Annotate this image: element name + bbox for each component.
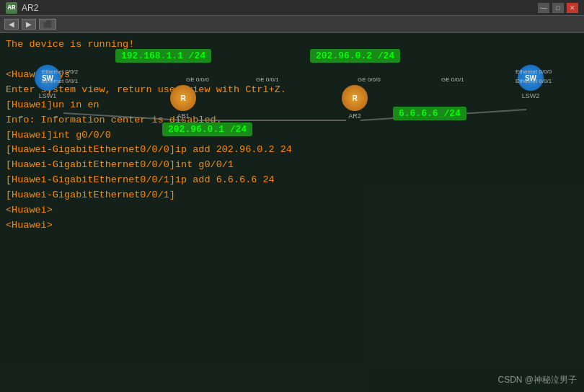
terminal-line-10: [Huawei-GigabitEthernet0/0/1] <box>6 188 578 203</box>
toolbar: ◀ ▶ ⬛ <box>0 16 584 33</box>
node-ar2: R AR2 <box>342 85 368 120</box>
lsw2-icon: SW <box>518 65 544 91</box>
terminal-line-9: [Huawei-GigabitEthernet0/0/1]ip add 6.6.… <box>6 173 578 188</box>
window-controls[interactable]: — □ ✕ <box>538 3 578 13</box>
node-lsw1: SW LSW1 <box>35 65 61 99</box>
ip-label-1: 192.168.1.1 /24 <box>115 49 211 63</box>
lsw1-icon: SW <box>35 65 61 91</box>
app-icon: AR <box>6 2 17 14</box>
window-title: AR2 <box>22 3 38 13</box>
title-bar: AR AR2 — □ ✕ <box>0 0 584 16</box>
close-button[interactable]: ✕ <box>567 3 578 13</box>
terminal-line-blank <box>6 53 578 68</box>
ab1-icon: R <box>170 85 196 111</box>
terminal-line-11: <Huawei> <box>6 203 578 218</box>
lsw2-label: LSW2 <box>522 92 540 99</box>
toolbar-back-button[interactable]: ◀ <box>4 19 19 30</box>
terminal-line-12: <Huawei> <box>6 218 578 233</box>
terminal-line-3: Enter system view, return user view with… <box>6 83 578 98</box>
ar2-icon: R <box>342 85 368 111</box>
terminal-line-6: [Huawei]int g0/0/0 <box>6 128 578 143</box>
ab1-label: AB1 <box>177 112 189 120</box>
toolbar-forward-button[interactable]: ▶ <box>22 19 36 30</box>
ip-label-3: 6.6.6.6 /24 <box>393 107 466 120</box>
terminal-line-4: [Huawei]un in en <box>6 98 578 113</box>
maximize-button[interactable]: □ <box>552 3 564 13</box>
node-ab1: R AB1 <box>170 85 196 120</box>
node-lsw2: SW LSW2 <box>518 65 544 99</box>
terminal-line-2: <Huawei>sys <box>6 68 578 83</box>
toolbar-stop-button[interactable]: ⬛ <box>39 19 56 30</box>
ar2-label: AR2 <box>348 112 361 120</box>
watermark: CSDN @神秘泣男子 <box>497 374 577 386</box>
ip-label-4: 202.96.0.1 /24 <box>162 122 252 136</box>
minimize-button[interactable]: — <box>538 3 549 13</box>
terminal-line-1: The device is running! <box>6 37 578 53</box>
lsw1-label: LSW1 <box>39 92 57 99</box>
terminal-line-7: [Huawei-GigabitEthernet0/0/0]ip add 202.… <box>6 143 578 158</box>
terminal-line-8: [Huawei-GigabitEthernet0/0/0]int g0/0/1 <box>6 158 578 173</box>
ip-label-2: 202.96.0.2 /24 <box>310 49 400 63</box>
title-bar-left: AR AR2 <box>6 2 38 14</box>
terminal-line-5: Info: Information center is disabled. <box>6 113 578 128</box>
terminal[interactable]: The device is running! <Huawei>sys Enter… <box>0 33 584 392</box>
